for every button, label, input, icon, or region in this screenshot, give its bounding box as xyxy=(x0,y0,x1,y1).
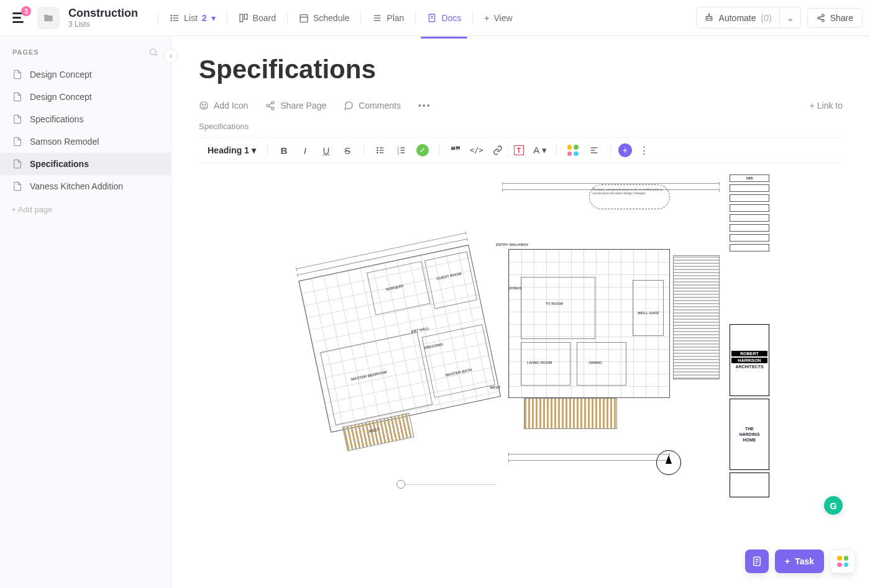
automate-button[interactable]: Automate (0) xyxy=(697,9,779,27)
link-button[interactable] xyxy=(489,142,506,159)
grammarly-badge[interactable]: G xyxy=(824,496,843,515)
top-bar: 3 Construction 3 Lists List 2 ▾ Board Sc… xyxy=(0,0,870,36)
menu-button[interactable]: 3 xyxy=(7,9,30,27)
share-icon xyxy=(265,101,275,111)
svg-point-22 xyxy=(817,17,820,19)
search-icon[interactable] xyxy=(149,47,158,57)
add-view[interactable]: + View xyxy=(475,8,521,28)
tab-schedule[interactable]: Schedule xyxy=(290,8,358,28)
apps-icon xyxy=(837,556,848,567)
page-label: Design Concept xyxy=(30,92,92,102)
caret-down-icon: ▾ xyxy=(252,145,256,155)
page-icon xyxy=(12,181,22,191)
quick-apps-button[interactable] xyxy=(830,550,855,573)
svg-point-5 xyxy=(171,20,172,20)
svg-point-20 xyxy=(708,14,709,14)
project-title-block[interactable]: Construction 3 Lists xyxy=(68,7,138,29)
font-button[interactable]: A ▾ xyxy=(531,142,549,159)
floating-actions: + Task xyxy=(745,550,855,573)
comments-button[interactable]: Comments xyxy=(344,101,401,111)
svg-rect-6 xyxy=(240,14,243,22)
sidebar-item-page[interactable]: Samson Remodel xyxy=(0,130,171,153)
page-label: Vaness Kitchen Addition xyxy=(30,181,123,191)
plus-icon: + xyxy=(618,143,632,157)
svg-rect-7 xyxy=(244,14,247,19)
heading-select[interactable]: Heading 1 ▾ xyxy=(204,143,260,158)
page-icon xyxy=(12,137,22,147)
page-icon xyxy=(12,159,22,169)
notification-badge: 3 xyxy=(21,6,31,16)
svg-point-30 xyxy=(204,104,205,105)
svg-text:3: 3 xyxy=(397,152,399,155)
strike-button[interactable]: S xyxy=(339,142,356,159)
svg-line-25 xyxy=(820,18,822,19)
apps-button[interactable] xyxy=(564,142,582,159)
color-block-button[interactable]: T xyxy=(510,142,528,159)
bullet-list-button[interactable] xyxy=(372,142,389,159)
share-button[interactable]: Share xyxy=(807,8,863,28)
svg-point-4 xyxy=(171,17,172,18)
sidebar-item-page[interactable]: Design Concept xyxy=(0,86,171,108)
plus-icon: + xyxy=(785,556,790,566)
page-icon xyxy=(12,70,22,79)
more-toolbar[interactable]: ⋮ xyxy=(636,142,653,159)
underline-button[interactable]: U xyxy=(318,142,335,159)
tab-plan[interactable]: Plan xyxy=(364,8,413,28)
svg-line-24 xyxy=(820,16,822,17)
insert-button[interactable]: + xyxy=(618,143,632,157)
number-list-button[interactable]: 123 xyxy=(393,142,410,159)
tab-list[interactable]: List 2 ▾ xyxy=(161,8,224,28)
image-slider[interactable] xyxy=(396,484,496,485)
add-icon-button[interactable]: Add Icon xyxy=(199,101,248,111)
share-page-button[interactable]: Share Page xyxy=(265,101,326,111)
doc-actions: Add Icon Share Page Comments ••• + Link … xyxy=(199,101,843,111)
project-subtitle: 3 Lists xyxy=(68,20,138,29)
align-button[interactable] xyxy=(585,142,603,159)
pages-header: PAGES xyxy=(0,47,171,63)
folder-icon[interactable] xyxy=(37,7,60,29)
titleblock: 2305 ROBERT HARRISON ARCHITECTS THE HARD… xyxy=(730,174,769,497)
comment-icon xyxy=(344,101,354,111)
quote-button[interactable]: ❝❞ xyxy=(447,142,464,159)
svg-point-23 xyxy=(822,19,824,22)
tab-docs[interactable]: Docs xyxy=(418,8,470,28)
page-label: Design Concept xyxy=(30,70,92,79)
page-icon xyxy=(12,92,22,102)
share-icon xyxy=(817,14,825,22)
slider-knob[interactable] xyxy=(396,480,405,489)
svg-point-28 xyxy=(200,102,208,109)
checklist-button[interactable]: ✓ xyxy=(414,142,431,159)
breadcrumb[interactable]: Specifications xyxy=(199,122,843,131)
compass-icon xyxy=(656,450,681,475)
sidebar-item-page[interactable]: Vaness Kitchen Addition xyxy=(0,175,171,197)
sidebar-item-page[interactable]: Specifications xyxy=(0,108,171,130)
svg-line-34 xyxy=(269,103,272,105)
add-page[interactable]: + Add page xyxy=(0,197,171,222)
apps-icon xyxy=(567,145,579,156)
check-icon: ✓ xyxy=(416,144,429,156)
italic-button[interactable]: I xyxy=(296,142,314,159)
tab-board[interactable]: Board xyxy=(230,8,285,28)
code-button[interactable]: </> xyxy=(468,142,485,159)
chevron-down-icon: ▾ xyxy=(211,13,216,23)
plus-icon: + xyxy=(484,13,489,23)
revision-cloud: Revision: component areas to be re-verif… xyxy=(589,184,670,209)
new-task-button[interactable]: + Task xyxy=(775,550,824,573)
floorplan-image: NURSERY GUEST ROOM MASTER BEDROOM MASTER… xyxy=(272,174,769,497)
svg-point-31 xyxy=(272,101,274,104)
svg-point-32 xyxy=(267,104,269,107)
svg-point-37 xyxy=(377,150,378,150)
automate-dropdown[interactable]: ⌄ xyxy=(779,7,800,28)
sidebar-item-page[interactable]: Design Concept xyxy=(0,63,171,86)
doc-title[interactable]: Specifications xyxy=(199,55,843,84)
sidebar-item-page[interactable]: Specifications xyxy=(0,153,171,175)
more-actions[interactable]: ••• xyxy=(418,101,431,111)
chevron-down-icon: ⌄ xyxy=(786,12,794,23)
robot-icon xyxy=(704,13,714,23)
svg-point-3 xyxy=(171,15,172,16)
svg-point-18 xyxy=(710,18,710,19)
svg-point-29 xyxy=(202,104,203,105)
bold-button[interactable]: B xyxy=(275,142,293,159)
link-to-button[interactable]: + Link to xyxy=(810,101,843,111)
notepad-button[interactable] xyxy=(745,550,769,573)
